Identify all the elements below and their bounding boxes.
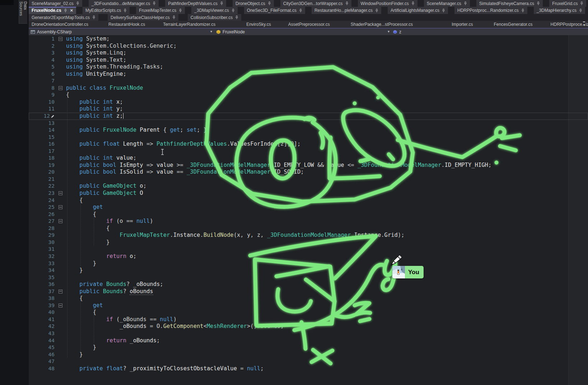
pin-icon[interactable] <box>232 9 235 13</box>
tab-citygen3dgen-torwrapper-cs[interactable]: CityGen3DGen...torWrapper.cs <box>280 0 351 7</box>
code-line-7[interactable]: 7 <box>29 78 588 85</box>
pin-icon[interactable] <box>153 1 156 5</box>
code-line-16[interactable]: 16 public float Length => PathfinderDept… <box>29 141 588 148</box>
tab-restauranthook-cs[interactable]: RestaurantHook.cs <box>106 21 148 28</box>
fold-collapse-icon[interactable] <box>59 37 62 41</box>
tab-shaderpackage-stprocessor-cs[interactable]: ShaderPackage...stProcessor.cs <box>348 21 416 28</box>
tab--3dmaphierarchy-cs[interactable]: _3DMapHierarchy.cs <box>534 7 585 14</box>
tab-windowpositionfinder-cs[interactable]: WindowPositionFinder.cs <box>358 0 417 7</box>
code-line-13[interactable]: 13 <box>29 120 588 127</box>
pin-icon[interactable] <box>579 9 582 13</box>
fold-margin[interactable] <box>55 288 66 295</box>
fold-collapse-icon[interactable] <box>59 191 62 195</box>
tab--3dfoundatio-delmanager-cs[interactable]: _3DFoundatio...delManager.cs <box>89 0 159 7</box>
code-line-39[interactable]: 39 get <box>29 302 588 309</box>
tab-droneobject-cs[interactable]: DroneObject.cs <box>233 0 274 7</box>
tab-simulatedfisheyecamera-cs[interactable]: SimulatedFisheyeCamera.cs <box>476 0 543 7</box>
breadcrumb-type[interactable]: FruxelNode <box>216 28 245 35</box>
code-line-42[interactable]: 42 _oBounds = O.GetComponent<MeshRendere… <box>29 323 588 330</box>
code-line-34[interactable]: 34 } <box>29 267 588 274</box>
code-line-48[interactable]: 48 private float? _proximityToClosestObs… <box>29 365 588 372</box>
code-line-17[interactable]: 17 <box>29 148 588 155</box>
fold-margin[interactable] <box>55 218 66 225</box>
tab-myeditorscripts-cs[interactable]: MyEditorScripts.cs <box>83 7 130 14</box>
tab-importer-cs[interactable]: Importer.cs <box>449 21 476 28</box>
code-line-21[interactable]: 21 <box>29 176 588 183</box>
code-line-8[interactable]: 8public class FruxelNode <box>29 85 588 92</box>
code-line-36[interactable]: 36 private Bounds? _oBounds; <box>29 281 588 288</box>
code-line-23[interactable]: 23 public GameObject O <box>29 190 588 197</box>
breadcrumb-member[interactable]: z <box>393 28 401 35</box>
code-line-9[interactable]: 9{ <box>29 91 588 99</box>
tab-generator2exportmaptools-cs[interactable]: Generator2ExportMapTools.cs <box>29 14 98 21</box>
code-line-27[interactable]: 27 if (o == null) <box>29 218 588 225</box>
code-line-29[interactable]: 29 FruxelMapTester.Instance.BuildNode(x,… <box>29 232 588 239</box>
code-line-44[interactable]: 44 return _oBounds; <box>29 337 588 344</box>
sidebar-tab-data-sources[interactable]: Data Sources <box>19 0 27 24</box>
fold-margin[interactable] <box>55 85 66 92</box>
pin-icon[interactable] <box>411 1 415 5</box>
pin-icon[interactable] <box>345 1 349 5</box>
tab-fruxelnode-cs[interactable]: FruxelNode.cs✕ <box>29 7 76 14</box>
tab-hdrppostproce-izereditor-cs[interactable]: HDRPPostproce...izerEditor.cs <box>548 21 588 28</box>
code-line-43[interactable]: 43 <box>29 330 588 337</box>
tab-terrainlayerrandomizer-cs[interactable]: TerrainLayerRandomizer.cs <box>160 21 218 28</box>
code-line-37[interactable]: 37 public Bounds? oBounds <box>29 288 588 295</box>
code-line-3[interactable]: 3using System.Linq; <box>29 50 588 57</box>
close-icon[interactable]: ✕ <box>70 8 73 13</box>
code-line-25[interactable]: 25 get <box>29 204 588 211</box>
code-line-38[interactable]: 38 { <box>29 295 588 302</box>
tab-fruxelgrid-cs[interactable]: FruxelGrid.cs <box>549 0 586 7</box>
breadcrumb-project[interactable]: Assembly-CSharp <box>31 28 72 35</box>
code-line-31[interactable]: 31 <box>29 246 588 253</box>
fold-collapse-icon[interactable] <box>59 304 62 307</box>
tab-scenemanager-cs[interactable]: SceneManager.cs <box>424 0 470 7</box>
pin-icon[interactable] <box>521 9 524 13</box>
pin-icon[interactable] <box>220 1 223 5</box>
pin-icon[interactable] <box>179 9 182 13</box>
fold-collapse-icon[interactable] <box>59 205 62 209</box>
code-line-30[interactable]: 30 } <box>29 239 588 246</box>
tab-scenemanager-02-cs[interactable]: SceneManager_02.cs <box>29 0 82 7</box>
code-line-47[interactable]: 47 <box>29 358 588 365</box>
tab-restaurantho-plemanager-cs[interactable]: RestaurantHo...pleManager.cs <box>312 7 381 14</box>
code-line-19[interactable]: 19 public bool IsEmpty => value >= _3DFo… <box>29 162 588 169</box>
pin-icon[interactable] <box>442 9 445 13</box>
tab--3dmapviewer-cs[interactable]: _3DMapViewer.cs <box>191 7 238 14</box>
code-line-4[interactable]: 4using System.Text; <box>29 57 588 64</box>
tab-hdrppostproc-randomizer-cs[interactable]: HDRPPostproc...Randomizer.cs <box>454 7 527 14</box>
tab-pathfinderdepthvalues-cs[interactable]: PathfinderDepthValues.cs <box>165 0 226 7</box>
tab-onesec3d-fileformat-cs[interactable]: OneSec3D_FileFormat.cs <box>244 7 305 14</box>
fold-collapse-icon[interactable] <box>59 219 62 223</box>
tab-artificiallightsmanager-cs[interactable]: ArtificialLightsManager.cs <box>388 7 448 14</box>
code-line-33[interactable]: 33 } <box>29 260 588 267</box>
pin-icon[interactable] <box>537 1 540 5</box>
code-line-12[interactable]: 12 public int z; <box>29 113 588 120</box>
fold-collapse-icon[interactable] <box>59 290 62 294</box>
fold-margin[interactable] <box>55 302 66 309</box>
pin-icon[interactable] <box>76 1 79 5</box>
code-line-45[interactable]: 45 } <box>29 344 588 351</box>
code-line-18[interactable]: 18 public int value; <box>29 155 588 162</box>
code-line-24[interactable]: 24 { <box>29 197 588 204</box>
pin-icon[interactable] <box>235 15 238 19</box>
code-line-41[interactable]: 41 if (_oBounds == null) <box>29 316 588 323</box>
code-line-46[interactable]: 46 } <box>29 351 588 358</box>
pin-icon[interactable] <box>92 15 95 19</box>
code-line-20[interactable]: 20 public bool IsSolid => value == _3DFo… <box>29 169 588 176</box>
tab-droneorientationcontroller-cs[interactable]: DroneOrientationController.cs <box>29 21 91 28</box>
code-line-22[interactable]: 22 public GameObject o; <box>29 183 588 190</box>
fold-margin[interactable] <box>55 204 66 211</box>
code-line-26[interactable]: 26 { <box>29 211 588 218</box>
code-line-28[interactable]: 28 { <box>29 225 588 232</box>
code-line-40[interactable]: 40 { <box>29 309 588 316</box>
pin-icon[interactable] <box>123 9 127 13</box>
pin-icon[interactable] <box>172 15 176 19</box>
code-editor[interactable]: 1using System;2using System.Collections.… <box>29 35 588 385</box>
code-line-5[interactable]: 5using System.Threading.Tasks; <box>29 64 588 71</box>
fold-collapse-icon[interactable] <box>59 86 62 90</box>
tab-envirosky-cs[interactable]: EnviroSky.cs <box>243 21 274 28</box>
tab-fencesgenerator-cs[interactable]: FencesGenerator.cs <box>491 21 535 28</box>
tab-deliverysurfaceclasshelper-cs[interactable]: DeliverySurfaceClassHelper.cs <box>108 14 178 21</box>
chevron-down-icon[interactable]: ▾ <box>210 29 212 33</box>
